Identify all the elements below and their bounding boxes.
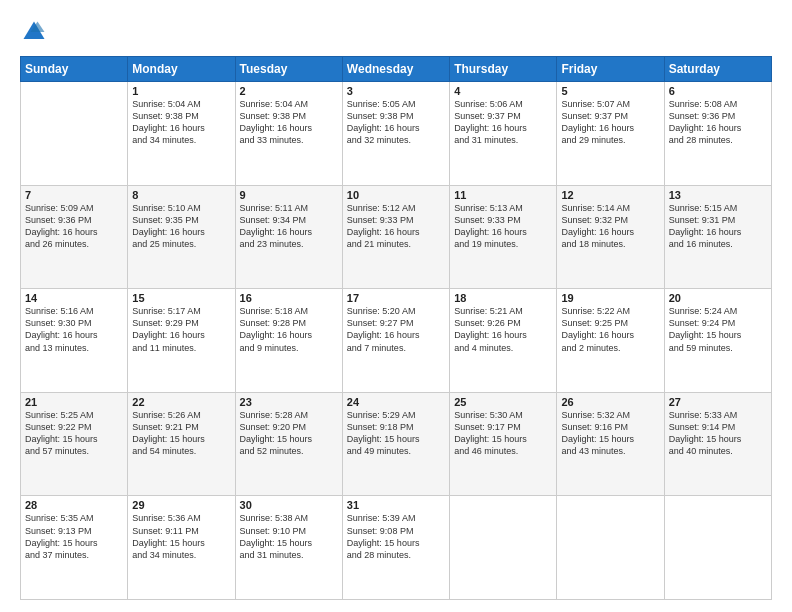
day-number: 3 [347,85,445,97]
calendar-week-3: 14Sunrise: 5:16 AM Sunset: 9:30 PM Dayli… [21,289,772,393]
day-number: 16 [240,292,338,304]
day-number: 9 [240,189,338,201]
day-info: Sunrise: 5:12 AM Sunset: 9:33 PM Dayligh… [347,202,445,251]
calendar-cell: 5Sunrise: 5:07 AM Sunset: 9:37 PM Daylig… [557,82,664,186]
day-number: 5 [561,85,659,97]
calendar-cell: 11Sunrise: 5:13 AM Sunset: 9:33 PM Dayli… [450,185,557,289]
day-info: Sunrise: 5:35 AM Sunset: 9:13 PM Dayligh… [25,512,123,561]
day-number: 11 [454,189,552,201]
day-info: Sunrise: 5:36 AM Sunset: 9:11 PM Dayligh… [132,512,230,561]
day-number: 17 [347,292,445,304]
calendar-cell: 19Sunrise: 5:22 AM Sunset: 9:25 PM Dayli… [557,289,664,393]
logo [20,18,50,46]
calendar-week-5: 28Sunrise: 5:35 AM Sunset: 9:13 PM Dayli… [21,496,772,600]
day-number: 14 [25,292,123,304]
calendar-cell [664,496,771,600]
calendar-cell: 2Sunrise: 5:04 AM Sunset: 9:38 PM Daylig… [235,82,342,186]
day-info: Sunrise: 5:28 AM Sunset: 9:20 PM Dayligh… [240,409,338,458]
day-number: 26 [561,396,659,408]
calendar-header-wednesday: Wednesday [342,57,449,82]
day-info: Sunrise: 5:11 AM Sunset: 9:34 PM Dayligh… [240,202,338,251]
calendar-cell: 29Sunrise: 5:36 AM Sunset: 9:11 PM Dayli… [128,496,235,600]
day-number: 27 [669,396,767,408]
day-info: Sunrise: 5:29 AM Sunset: 9:18 PM Dayligh… [347,409,445,458]
day-info: Sunrise: 5:39 AM Sunset: 9:08 PM Dayligh… [347,512,445,561]
day-info: Sunrise: 5:15 AM Sunset: 9:31 PM Dayligh… [669,202,767,251]
day-number: 29 [132,499,230,511]
day-number: 20 [669,292,767,304]
calendar-cell: 8Sunrise: 5:10 AM Sunset: 9:35 PM Daylig… [128,185,235,289]
day-info: Sunrise: 5:07 AM Sunset: 9:37 PM Dayligh… [561,98,659,147]
calendar-cell: 31Sunrise: 5:39 AM Sunset: 9:08 PM Dayli… [342,496,449,600]
calendar-cell: 15Sunrise: 5:17 AM Sunset: 9:29 PM Dayli… [128,289,235,393]
day-info: Sunrise: 5:25 AM Sunset: 9:22 PM Dayligh… [25,409,123,458]
day-info: Sunrise: 5:16 AM Sunset: 9:30 PM Dayligh… [25,305,123,354]
logo-icon [20,18,48,46]
calendar-cell: 28Sunrise: 5:35 AM Sunset: 9:13 PM Dayli… [21,496,128,600]
day-number: 23 [240,396,338,408]
day-number: 28 [25,499,123,511]
calendar-header-saturday: Saturday [664,57,771,82]
calendar-header-monday: Monday [128,57,235,82]
calendar: SundayMondayTuesdayWednesdayThursdayFrid… [20,56,772,600]
day-info: Sunrise: 5:21 AM Sunset: 9:26 PM Dayligh… [454,305,552,354]
calendar-header-sunday: Sunday [21,57,128,82]
calendar-cell: 16Sunrise: 5:18 AM Sunset: 9:28 PM Dayli… [235,289,342,393]
calendar-cell [21,82,128,186]
calendar-header-tuesday: Tuesday [235,57,342,82]
calendar-cell: 10Sunrise: 5:12 AM Sunset: 9:33 PM Dayli… [342,185,449,289]
day-info: Sunrise: 5:24 AM Sunset: 9:24 PM Dayligh… [669,305,767,354]
day-info: Sunrise: 5:20 AM Sunset: 9:27 PM Dayligh… [347,305,445,354]
day-info: Sunrise: 5:17 AM Sunset: 9:29 PM Dayligh… [132,305,230,354]
calendar-cell: 18Sunrise: 5:21 AM Sunset: 9:26 PM Dayli… [450,289,557,393]
calendar-header-thursday: Thursday [450,57,557,82]
day-info: Sunrise: 5:09 AM Sunset: 9:36 PM Dayligh… [25,202,123,251]
calendar-cell: 4Sunrise: 5:06 AM Sunset: 9:37 PM Daylig… [450,82,557,186]
day-info: Sunrise: 5:10 AM Sunset: 9:35 PM Dayligh… [132,202,230,251]
day-number: 13 [669,189,767,201]
day-number: 21 [25,396,123,408]
calendar-cell: 1Sunrise: 5:04 AM Sunset: 9:38 PM Daylig… [128,82,235,186]
day-info: Sunrise: 5:06 AM Sunset: 9:37 PM Dayligh… [454,98,552,147]
calendar-cell: 12Sunrise: 5:14 AM Sunset: 9:32 PM Dayli… [557,185,664,289]
day-number: 2 [240,85,338,97]
day-number: 24 [347,396,445,408]
calendar-cell: 17Sunrise: 5:20 AM Sunset: 9:27 PM Dayli… [342,289,449,393]
calendar-cell: 21Sunrise: 5:25 AM Sunset: 9:22 PM Dayli… [21,392,128,496]
day-number: 7 [25,189,123,201]
day-number: 10 [347,189,445,201]
day-info: Sunrise: 5:04 AM Sunset: 9:38 PM Dayligh… [132,98,230,147]
calendar-header-row: SundayMondayTuesdayWednesdayThursdayFrid… [21,57,772,82]
day-number: 18 [454,292,552,304]
calendar-cell: 20Sunrise: 5:24 AM Sunset: 9:24 PM Dayli… [664,289,771,393]
calendar-cell: 30Sunrise: 5:38 AM Sunset: 9:10 PM Dayli… [235,496,342,600]
day-info: Sunrise: 5:13 AM Sunset: 9:33 PM Dayligh… [454,202,552,251]
calendar-week-2: 7Sunrise: 5:09 AM Sunset: 9:36 PM Daylig… [21,185,772,289]
day-number: 25 [454,396,552,408]
calendar-cell: 22Sunrise: 5:26 AM Sunset: 9:21 PM Dayli… [128,392,235,496]
day-info: Sunrise: 5:22 AM Sunset: 9:25 PM Dayligh… [561,305,659,354]
day-number: 6 [669,85,767,97]
day-info: Sunrise: 5:05 AM Sunset: 9:38 PM Dayligh… [347,98,445,147]
calendar-week-4: 21Sunrise: 5:25 AM Sunset: 9:22 PM Dayli… [21,392,772,496]
calendar-cell: 27Sunrise: 5:33 AM Sunset: 9:14 PM Dayli… [664,392,771,496]
calendar-week-1: 1Sunrise: 5:04 AM Sunset: 9:38 PM Daylig… [21,82,772,186]
calendar-cell: 25Sunrise: 5:30 AM Sunset: 9:17 PM Dayli… [450,392,557,496]
day-info: Sunrise: 5:04 AM Sunset: 9:38 PM Dayligh… [240,98,338,147]
day-info: Sunrise: 5:32 AM Sunset: 9:16 PM Dayligh… [561,409,659,458]
day-info: Sunrise: 5:08 AM Sunset: 9:36 PM Dayligh… [669,98,767,147]
calendar-cell: 6Sunrise: 5:08 AM Sunset: 9:36 PM Daylig… [664,82,771,186]
day-info: Sunrise: 5:14 AM Sunset: 9:32 PM Dayligh… [561,202,659,251]
calendar-cell: 26Sunrise: 5:32 AM Sunset: 9:16 PM Dayli… [557,392,664,496]
calendar-cell: 7Sunrise: 5:09 AM Sunset: 9:36 PM Daylig… [21,185,128,289]
calendar-cell: 13Sunrise: 5:15 AM Sunset: 9:31 PM Dayli… [664,185,771,289]
day-info: Sunrise: 5:26 AM Sunset: 9:21 PM Dayligh… [132,409,230,458]
day-info: Sunrise: 5:33 AM Sunset: 9:14 PM Dayligh… [669,409,767,458]
calendar-cell: 14Sunrise: 5:16 AM Sunset: 9:30 PM Dayli… [21,289,128,393]
day-number: 19 [561,292,659,304]
header [20,18,772,46]
day-info: Sunrise: 5:38 AM Sunset: 9:10 PM Dayligh… [240,512,338,561]
day-info: Sunrise: 5:30 AM Sunset: 9:17 PM Dayligh… [454,409,552,458]
calendar-cell [450,496,557,600]
day-number: 15 [132,292,230,304]
